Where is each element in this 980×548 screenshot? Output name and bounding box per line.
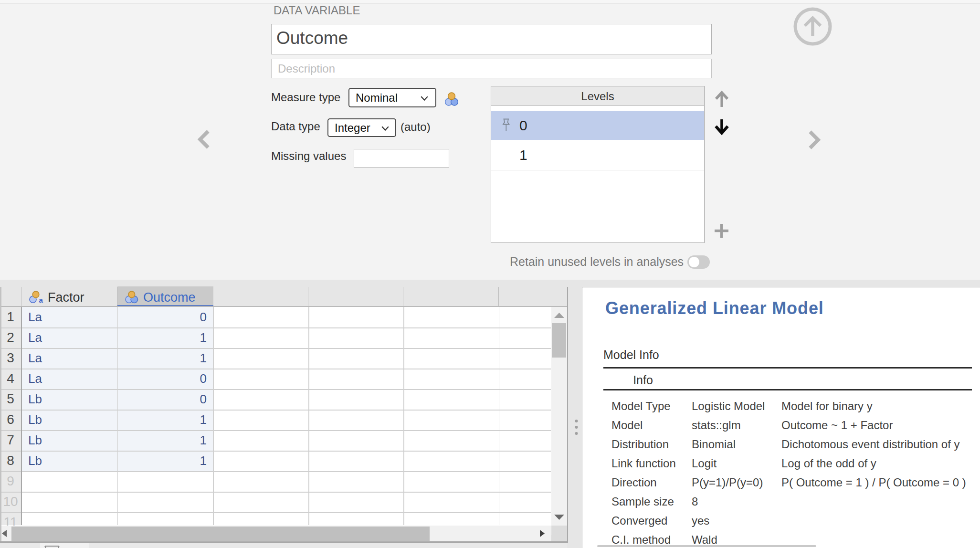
svg-text:a: a: [39, 296, 43, 304]
